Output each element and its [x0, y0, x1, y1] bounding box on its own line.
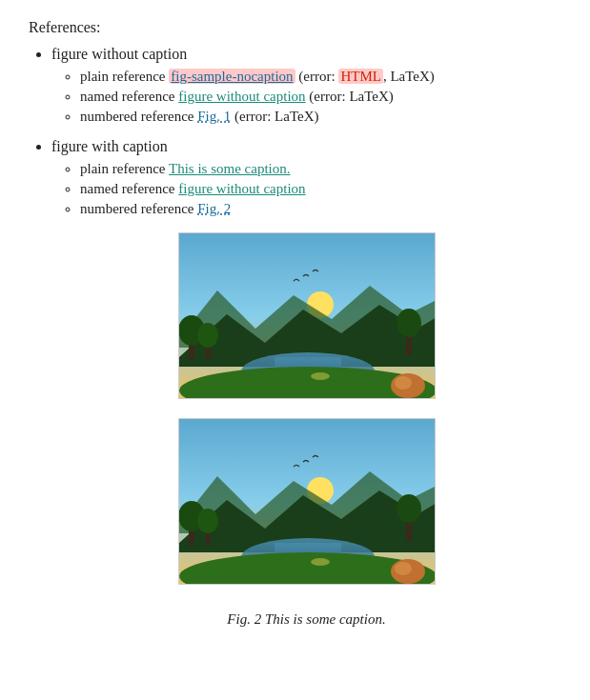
plain-ref-suffix: (error: HTML, LaTeX)	[298, 69, 434, 84]
subitem-plain-ref-caption: plain reference This is some caption.	[80, 161, 561, 177]
subitem-numbered-ref: numbered reference Fig. 1 (error: LaTeX)	[80, 109, 561, 125]
subitem-plain-ref: plain reference fig-sample-nocaption (er…	[80, 69, 561, 85]
svg-point-16	[311, 372, 330, 380]
list-item-no-caption: figure without caption plain reference f…	[51, 46, 561, 125]
numbered-ref-suffix: (error: LaTeX)	[234, 109, 318, 124]
subitem-numbered-ref-caption: numbered reference Fig. 2	[80, 201, 561, 217]
caption-text: This is some caption.	[261, 611, 385, 627]
subitem-named-ref-caption: named reference figure without caption	[80, 181, 561, 197]
svg-point-30	[397, 494, 421, 523]
fig1-link[interactable]: Fig. 1	[197, 109, 231, 124]
sub-list-no-caption: plain reference fig-sample-nocaption (er…	[51, 69, 561, 125]
html-error-label: HTML	[338, 69, 383, 84]
references-label: References:	[29, 19, 561, 36]
svg-point-15	[395, 376, 412, 390]
figures-container: Fig. 2 This is some caption.	[51, 232, 561, 628]
named-ref-prefix: named reference	[80, 89, 178, 104]
named-ref-caption-prefix: named reference	[80, 181, 178, 196]
main-list: figure without caption plain reference f…	[29, 46, 561, 628]
list-item-with-caption: figure with caption plain reference This…	[51, 138, 561, 628]
item-label-with-caption: figure with caption	[51, 138, 168, 154]
svg-point-11	[197, 323, 218, 348]
named-ref-link-no-caption[interactable]: figure without caption	[178, 89, 305, 104]
plain-ref-prefix: plain reference	[80, 69, 169, 84]
numbered-ref-caption-prefix: numbered reference	[80, 201, 197, 216]
fig2-link[interactable]: Fig. 2	[197, 201, 231, 216]
fig-sample-nocaption-link[interactable]: fig-sample-nocaption	[169, 69, 295, 84]
svg-point-33	[311, 558, 330, 566]
figure-caption: Fig. 2 This is some caption.	[227, 611, 385, 628]
subitem-named-ref: named reference figure without caption (…	[80, 89, 561, 105]
plain-ref-caption-link[interactable]: This is some caption.	[169, 161, 291, 176]
svg-point-28	[197, 509, 218, 533]
named-ref-caption-link[interactable]: figure without caption	[178, 181, 305, 196]
plain-ref-caption-prefix: plain reference	[80, 161, 169, 176]
figure-image-2	[178, 418, 436, 585]
svg-point-32	[395, 562, 412, 575]
fig-label: Fig. 2	[227, 611, 261, 627]
sub-list-with-caption: plain reference This is some caption. na…	[51, 161, 561, 217]
svg-point-13	[397, 309, 421, 337]
item-label-no-caption: figure without caption	[51, 46, 187, 62]
figure-image-1	[178, 232, 436, 399]
numbered-ref-prefix: numbered reference	[80, 109, 197, 124]
named-ref-suffix: (error: LaTeX)	[309, 89, 393, 104]
